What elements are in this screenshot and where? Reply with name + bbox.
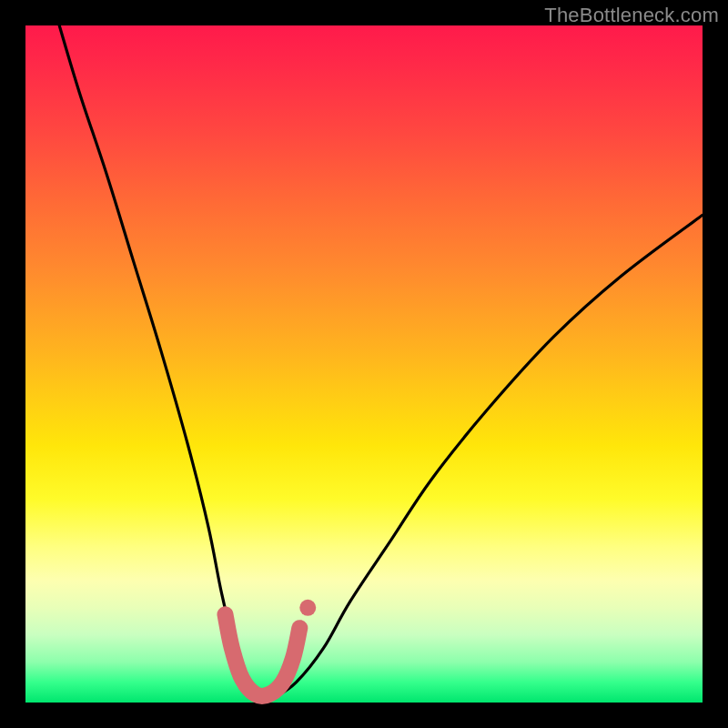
optimal-zone-highlight bbox=[225, 614, 299, 696]
bottleneck-curve bbox=[59, 25, 703, 698]
optimal-zone-end-dot bbox=[299, 600, 316, 616]
chart-frame: TheBottleneck.com bbox=[0, 0, 728, 728]
curve-layer bbox=[25, 25, 703, 703]
plot-area bbox=[25, 25, 703, 703]
watermark-text: TheBottleneck.com bbox=[544, 4, 719, 27]
